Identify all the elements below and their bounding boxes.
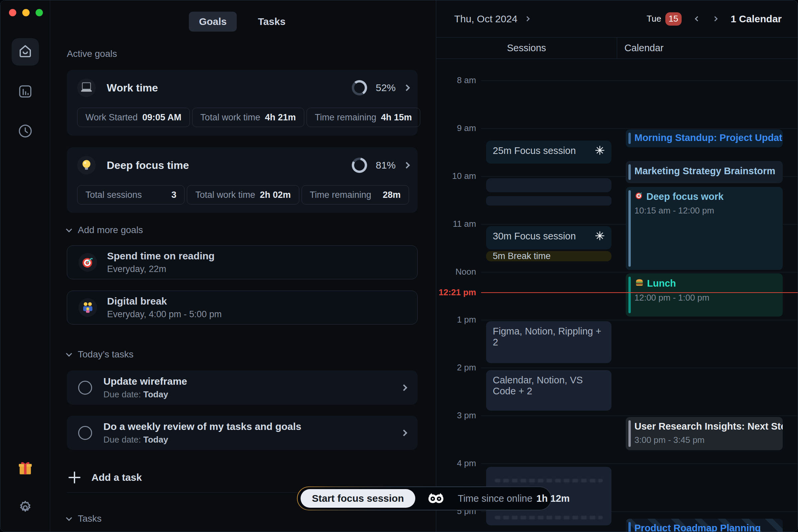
stat-chip: Work Started 09:05 AM [77,108,190,127]
hour-label: 9 am [436,123,476,133]
session-block-apps[interactable]: Calendar, Notion, VS Code + 2 [486,370,611,411]
day-badge: 15 [665,12,682,25]
goals-tasks-tabs: Goals Tasks [67,11,418,32]
gridline [481,80,798,81]
minimize-window-button[interactable] [22,9,30,16]
session-block-25m-focus[interactable]: 25m Focus session [486,141,611,164]
event-product-roadmap[interactable]: Product Roadmap Planning 5:00 pm - 6:00 … [626,519,783,532]
event-lunch[interactable]: Lunch 12:00 pm - 1:00 pm [626,273,783,317]
jump-to-day[interactable]: Tue 15 [647,12,682,25]
stat-label: Time remaining [315,112,376,123]
focus-dock: Start focus session Time since online 1h… [297,487,552,510]
family-icon [78,298,97,317]
event-title: Deep focus work [646,191,723,202]
chevron-right-icon[interactable] [403,84,410,91]
session-block-unlabeled[interactable] [486,196,611,206]
add-more-goals-toggle[interactable]: Add more goals [67,225,418,235]
stat-label: Total work time [201,112,260,123]
goal-title: Deep focus time [107,159,189,172]
calendar-count[interactable]: 1 Calendar [731,13,782,25]
chevron-right-icon[interactable] [401,430,407,436]
column-header-calendar[interactable]: Calendar [617,38,798,58]
event-time: 10:15 am - 12:00 pm [634,206,776,216]
traffic-lights [9,9,43,16]
suggested-goal-reading[interactable]: Spend time on reading Everyday, 22m [67,245,418,279]
hour-label: 11 am [436,219,476,229]
redacted-text [495,479,603,482]
chevron-down-icon [66,350,72,357]
chevron-right-icon[interactable] [403,162,410,169]
clock-icon [17,123,34,141]
sidebar-item-timer[interactable] [12,122,39,141]
goals-panel: Goals Tasks Active goals Work time 52% [50,0,436,532]
chevron-down-icon [66,226,72,232]
active-goals-heading: Active goals [67,49,418,59]
task-row-weekly-review[interactable]: Do a weekly review of my tasks and goals… [67,416,418,450]
gridline [481,128,798,129]
date-selector[interactable]: Thu, Oct 2024 [454,13,529,25]
task-checkbox[interactable] [78,381,92,395]
event-marketing-brainstorm[interactable]: Marketing Strategy Brainstorm [626,161,783,183]
session-block-30m-focus[interactable]: 30m Focus session [486,226,611,249]
hour-label: 8 am [436,75,476,86]
sidebar-item-analytics[interactable] [12,82,39,102]
zoom-window-button[interactable] [36,9,43,16]
tasks-section-toggle[interactable]: Tasks [67,513,418,524]
task-title: Do a weekly review of my tasks and goals [103,421,301,432]
tab-tasks[interactable]: Tasks [248,12,296,32]
session-block-unlabeled[interactable] [486,178,611,192]
add-task-label: Add a task [92,472,142,483]
add-task-button[interactable]: Add a task [67,469,418,487]
stat-label: Time remaining [310,190,372,200]
event-morning-standup[interactable]: Morning Standup: Project Update [626,129,783,147]
todays-tasks-toggle[interactable]: Today’s tasks [67,349,418,360]
stat-value: 2h 02m [260,190,291,200]
stat-label: Total work time [195,190,255,200]
task-due-date: Due date: Today [103,390,187,400]
sidebar-item-settings[interactable] [12,498,39,518]
suggested-goal-digital-break[interactable]: Digital break Everyday, 4:00 pm - 5:00 p… [67,291,418,324]
target-icon [78,253,97,272]
burger-icon [634,277,644,290]
event-deep-focus-work[interactable]: Deep focus work 10:15 am - 12:00 pm [626,187,783,270]
task-row-update-wireframe[interactable]: Update wireframe Due date: Today [67,370,418,405]
event-time: 3:00 pm - 3:45 pm [634,435,776,445]
hour-label: 10 am [436,171,476,181]
next-day-button[interactable] [712,16,718,22]
start-focus-session-button[interactable]: Start focus session [301,489,415,508]
event-title-row: Lunch [634,277,776,290]
goal-card-deep-focus[interactable]: Deep focus time 81% Total sessions 3 Tot… [67,147,418,213]
gridline [481,368,798,368]
hour-label: 3 pm [436,410,476,421]
tasks-section-label: Tasks [78,513,102,524]
owl-icon [428,493,444,504]
timeline-panel: Thu, Oct 2024 Tue 15 1 Calendar Sessions… [436,0,798,532]
redacted-text [495,516,603,519]
session-block-apps[interactable]: Figma, Notion, Rippling + 2 [486,321,611,363]
session-label: 5m Break time [493,251,551,261]
column-header-sessions[interactable]: Sessions [436,38,617,58]
chevron-right-icon[interactable] [401,384,407,391]
session-label: Calendar, Notion, VS Code + 2 [493,375,583,396]
close-window-button[interactable] [9,9,16,16]
stat-chip: Time remaining 28m [302,185,409,205]
stat-value: 28m [383,190,401,200]
hour-label: 4 pm [436,458,476,469]
tab-goals[interactable]: Goals [189,12,236,32]
event-title: Morning Standup: Project Update [634,132,776,143]
current-time-line [481,292,798,293]
chevron-down-icon [66,515,72,521]
goal-card-work-time[interactable]: Work time 52% Work Started 09:05 AM Tota… [67,70,418,136]
sparkle-icon [595,145,605,157]
stat-value: 4h 21m [265,112,296,123]
event-user-research[interactable]: User Research Insights: Next Steps 3:00 … [626,417,783,450]
event-time: 12:00 pm - 1:00 pm [634,292,776,303]
sidebar-item-rewards[interactable] [12,459,39,479]
stat-label: Total sessions [86,190,142,200]
session-block-break[interactable]: 5m Break time [486,251,611,261]
sidebar-item-home[interactable] [12,38,39,65]
task-checkbox[interactable] [78,426,92,440]
stat-value: 4h 15m [381,112,412,123]
prev-day-button[interactable] [695,16,700,22]
home-icon [17,42,34,61]
